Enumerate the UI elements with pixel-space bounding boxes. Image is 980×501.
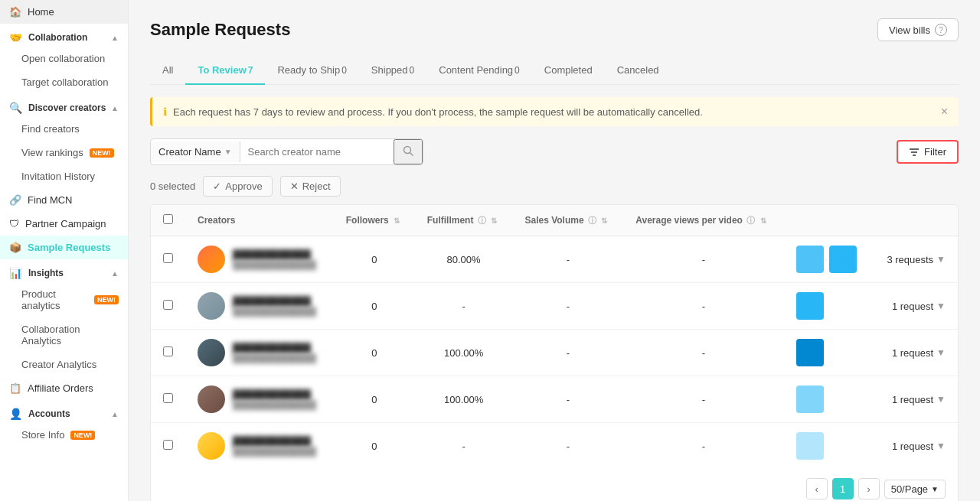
sort-icon-views: ⇅ <box>760 216 766 225</box>
product-thumbs-cell-5 <box>784 423 872 470</box>
sidebar-section-insights[interactable]: 📊 Insights ▲ <box>0 259 128 282</box>
search-input[interactable] <box>240 142 394 162</box>
sidebar-item-view-rankings[interactable]: View rankings NEW! <box>0 141 128 164</box>
selected-count: 0 selected <box>150 181 195 192</box>
fulfillment-cell-2: - <box>415 283 513 330</box>
info-icon-sales: ⓘ <box>588 216 596 225</box>
requests-cell-3[interactable]: 1 request ▼ <box>872 330 959 376</box>
col-creators: Creators <box>185 205 334 236</box>
tab-canceled[interactable]: Canceled <box>605 57 671 85</box>
table-row: ████████████ ██████████████ 0 100.00% - … <box>151 330 958 376</box>
followers-cell-4: 0 <box>334 376 415 423</box>
creator-avatar-1 <box>198 246 225 273</box>
sidebar-item-store-info[interactable]: Store Info NEW! <box>0 423 128 447</box>
view-bills-button[interactable]: View bills ? <box>877 18 959 41</box>
avg-views-cell-3: - <box>623 330 784 376</box>
table: Creators Followers ⇅ Fulfillment ⓘ ⇅ Sal… <box>151 205 958 469</box>
sidebar-item-sample-requests[interactable]: 📦 Sample Requests <box>0 236 128 259</box>
sort-icon-fulfillment: ⇅ <box>491 216 497 225</box>
requests-count-1: 3 requests <box>887 254 933 265</box>
warning-icon: ℹ <box>163 106 167 118</box>
approve-button[interactable]: ✓ Approve <box>203 176 272 197</box>
creator-handle-3: ██████████████ <box>233 353 316 363</box>
filter-button[interactable]: Filter <box>897 140 959 164</box>
approve-label: Approve <box>225 181 262 192</box>
sidebar-section-accounts[interactable]: 👤 Accounts ▲ <box>0 400 128 423</box>
search-submit-button[interactable] <box>394 139 423 164</box>
col-followers[interactable]: Followers ⇅ <box>334 205 415 236</box>
sidebar-section-collaboration[interactable]: 🤝 Collaboration ▲ <box>0 24 128 47</box>
requests-count-3: 1 request <box>892 347 933 359</box>
info-icon-views: ⓘ <box>746 216 755 225</box>
sidebar-item-invitation-history[interactable]: Invitation History <box>0 164 128 188</box>
search-dropdown[interactable]: Creator Name ▼ <box>151 142 240 162</box>
alert-banner: ℹ Each request has 7 days to review and … <box>150 97 959 126</box>
tab-content-pending[interactable]: Content Pending0 <box>426 57 532 85</box>
row-checkbox-cell[interactable] <box>151 376 185 423</box>
row-checkbox-5[interactable] <box>163 440 173 450</box>
sidebar-item-creator-analytics[interactable]: Creator Analytics <box>0 353 128 376</box>
tab-completed[interactable]: Completed <box>532 57 605 85</box>
row-checkbox-cell[interactable] <box>151 423 185 470</box>
requests-cell-5[interactable]: 1 request ▼ <box>872 423 959 470</box>
row-checkbox-4[interactable] <box>163 393 173 403</box>
sidebar-item-open-collaboration[interactable]: Open collaboration <box>0 47 128 70</box>
sidebar-item-product-analytics[interactable]: Product analytics NEW! <box>0 282 128 317</box>
avg-views-cell-5: - <box>623 423 784 470</box>
sidebar-item-target-collaboration[interactable]: Target collaboration <box>0 70 128 94</box>
new-badge-store: NEW! <box>70 431 95 440</box>
table-row: ████████████ ██████████████ 0 80.00% - -… <box>151 236 958 283</box>
sidebar-item-collaboration-analytics[interactable]: Collaboration Analytics <box>0 317 128 353</box>
requests-cell-4[interactable]: 1 request ▼ <box>872 376 959 423</box>
reject-button[interactable]: ✕ Reject <box>280 176 341 197</box>
sidebar-item-affiliate-orders[interactable]: 📋 Affiliate Orders <box>0 376 128 400</box>
check-icon: ✓ <box>213 181 221 192</box>
prev-page-button[interactable]: ‹ <box>806 478 828 499</box>
col-fulfillment[interactable]: Fulfillment ⓘ ⇅ <box>415 205 513 236</box>
row-checkbox-cell[interactable] <box>151 283 185 330</box>
table-header: Creators Followers ⇅ Fulfillment ⓘ ⇅ Sal… <box>151 205 958 236</box>
requests-chevron-icon-1[interactable]: ▼ <box>936 254 946 265</box>
row-checkbox-3[interactable] <box>163 346 173 356</box>
svg-line-1 <box>410 153 413 156</box>
requests-chevron-icon-5[interactable]: ▼ <box>936 441 946 451</box>
sales-volume-cell-5: - <box>512 423 623 470</box>
select-all-header[interactable] <box>151 205 185 236</box>
row-checkbox-2[interactable] <box>163 300 173 310</box>
tab-all[interactable]: All <box>150 57 185 85</box>
tab-to-review[interactable]: To Review7 <box>185 57 265 85</box>
sidebar-section-discover-creators[interactable]: 🔍 Discover creators ▲ <box>0 94 128 117</box>
followers-cell-5: 0 <box>334 423 415 470</box>
page-1-button[interactable]: 1 <box>832 478 854 499</box>
col-sales-volume[interactable]: Sales Volume ⓘ ⇅ <box>512 205 623 236</box>
sample-icon: 📦 <box>9 242 21 253</box>
col-avg-views[interactable]: Average views per video ⓘ ⇅ <box>623 205 784 236</box>
avg-views-cell-1: - <box>623 236 784 283</box>
select-all-checkbox[interactable] <box>163 214 173 224</box>
requests-cell-2[interactable]: 1 request ▼ <box>872 283 959 330</box>
sidebar-item-find-mcn[interactable]: 🔗 Find MCN <box>0 188 128 212</box>
row-checkbox-cell[interactable] <box>151 236 185 283</box>
table-row: ████████████ ██████████████ 0 100.00% - … <box>151 376 958 423</box>
per-page-select[interactable]: 50/Page ▼ <box>884 480 946 499</box>
requests-chevron-icon-4[interactable]: ▼ <box>936 394 946 405</box>
requests-chevron-icon-3[interactable]: ▼ <box>936 347 946 358</box>
requests-chevron-icon-2[interactable]: ▼ <box>936 301 946 311</box>
page-header: Sample Requests View bills ? <box>150 18 959 41</box>
fulfillment-cell-1: 80.00% <box>415 236 513 283</box>
reject-label: Reject <box>302 181 331 192</box>
requests-cell-1[interactable]: 3 requests ▼ <box>872 236 959 283</box>
tab-shipped[interactable]: Shipped0 <box>359 57 426 85</box>
next-page-button[interactable]: › <box>858 478 880 499</box>
tab-ready-to-ship[interactable]: Ready to Ship0 <box>265 57 358 85</box>
filter-icon <box>909 147 920 158</box>
row-checkbox-cell[interactable] <box>151 330 185 376</box>
sidebar-item-home[interactable]: 🏠 Home <box>0 0 128 24</box>
filter-label: Filter <box>924 146 946 158</box>
alert-close-button[interactable]: × <box>941 105 948 119</box>
pagination: ‹ 1 › 50/Page ▼ <box>151 469 958 501</box>
creator-avatar-2 <box>198 292 225 320</box>
sidebar-item-partner-campaign[interactable]: 🛡 Partner Campaign <box>0 212 128 236</box>
sidebar-item-find-creators[interactable]: Find creators <box>0 117 128 141</box>
row-checkbox-1[interactable] <box>163 253 173 263</box>
